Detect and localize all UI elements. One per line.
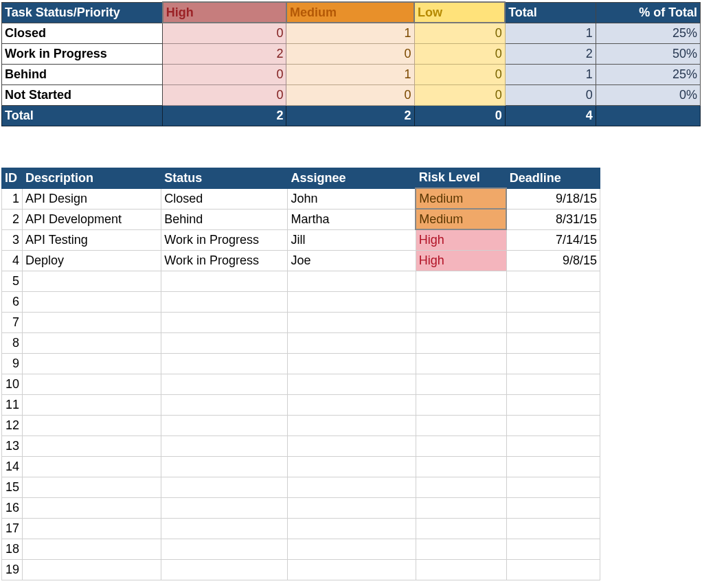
summary-row-label[interactable]: Work in Progress (2, 43, 163, 64)
task-id[interactable]: 12 (2, 415, 23, 436)
summary-row-label[interactable]: Behind (2, 64, 163, 84)
summary-total-medium[interactable]: 2 (286, 105, 414, 126)
task-assignee[interactable] (288, 497, 416, 518)
task-risk[interactable] (416, 456, 506, 477)
task-risk[interactable] (416, 394, 506, 415)
summary-row-label[interactable]: Closed (2, 23, 163, 43)
task-risk[interactable] (416, 477, 506, 497)
task-assignee[interactable] (288, 271, 416, 291)
task-assignee[interactable]: Martha (288, 209, 416, 229)
task-id[interactable]: 6 (2, 291, 23, 312)
task-description[interactable] (23, 332, 161, 353)
task-risk[interactable] (416, 332, 506, 353)
task-risk[interactable] (416, 436, 506, 456)
task-description[interactable] (23, 539, 161, 559)
task-status[interactable] (161, 518, 288, 539)
task-deadline[interactable] (506, 291, 600, 312)
summary-total-pct[interactable] (596, 105, 700, 126)
task-risk[interactable] (416, 271, 506, 291)
task-assignee[interactable] (288, 353, 416, 374)
task-description[interactable] (23, 497, 161, 518)
task-deadline[interactable] (506, 477, 600, 497)
task-deadline[interactable] (506, 436, 600, 456)
task-assignee[interactable] (288, 518, 416, 539)
summary-cell-high[interactable]: 2 (163, 43, 286, 64)
task-assignee[interactable] (288, 374, 416, 394)
task-assignee[interactable] (288, 291, 416, 312)
task-assignee[interactable] (288, 436, 416, 456)
task-assignee[interactable] (288, 312, 416, 332)
task-assignee[interactable] (288, 394, 416, 415)
task-status[interactable] (161, 271, 288, 291)
task-risk[interactable]: High (416, 229, 506, 250)
task-id[interactable]: 9 (2, 353, 23, 374)
task-status[interactable] (161, 539, 288, 559)
task-deadline[interactable]: 8/31/15 (506, 209, 600, 229)
task-id[interactable]: 14 (2, 456, 23, 477)
summary-cell-total[interactable]: 0 (505, 84, 596, 105)
task-assignee[interactable]: Jill (288, 229, 416, 250)
task-status[interactable] (161, 456, 288, 477)
task-status[interactable] (161, 353, 288, 374)
task-description[interactable] (23, 312, 161, 332)
task-assignee[interactable] (288, 559, 416, 580)
task-status[interactable] (161, 312, 288, 332)
task-description[interactable] (23, 394, 161, 415)
task-id[interactable]: 1 (2, 188, 23, 209)
summary-cell-pct[interactable]: 25% (596, 23, 700, 43)
task-assignee[interactable] (288, 539, 416, 559)
task-risk[interactable] (416, 497, 506, 518)
task-status[interactable] (161, 291, 288, 312)
task-deadline[interactable] (506, 456, 600, 477)
task-status[interactable] (161, 436, 288, 456)
task-deadline[interactable]: 9/18/15 (506, 188, 600, 209)
task-id[interactable]: 18 (2, 539, 23, 559)
summary-cell-pct[interactable]: 0% (596, 84, 700, 105)
task-status[interactable] (161, 559, 288, 580)
task-status[interactable] (161, 374, 288, 394)
task-id[interactable]: 10 (2, 374, 23, 394)
task-assignee[interactable] (288, 415, 416, 436)
task-description[interactable]: API Development (23, 209, 161, 229)
task-description[interactable] (23, 477, 161, 497)
task-risk[interactable]: High (416, 250, 506, 271)
task-description[interactable]: Deploy (23, 250, 161, 271)
task-description[interactable]: API Testing (23, 229, 161, 250)
summary-cell-pct[interactable]: 25% (596, 64, 700, 84)
summary-cell-medium[interactable]: 0 (286, 43, 414, 64)
summary-total-label[interactable]: Total (2, 105, 163, 126)
task-status[interactable]: Work in Progress (161, 229, 288, 250)
task-status[interactable]: Behind (161, 209, 288, 229)
summary-cell-total[interactable]: 1 (505, 64, 596, 84)
task-description[interactable] (23, 559, 161, 580)
task-id[interactable]: 19 (2, 559, 23, 580)
task-deadline[interactable] (506, 312, 600, 332)
task-deadline[interactable] (506, 332, 600, 353)
task-risk[interactable] (416, 353, 506, 374)
task-status[interactable]: Closed (161, 188, 288, 209)
task-id[interactable]: 15 (2, 477, 23, 497)
task-assignee[interactable] (288, 456, 416, 477)
task-status[interactable] (161, 497, 288, 518)
task-id[interactable]: 2 (2, 209, 23, 229)
task-deadline[interactable] (506, 497, 600, 518)
summary-cell-low[interactable]: 0 (414, 43, 505, 64)
task-status[interactable]: Work in Progress (161, 250, 288, 271)
task-risk[interactable] (416, 374, 506, 394)
summary-cell-low[interactable]: 0 (414, 23, 505, 43)
task-description[interactable] (23, 374, 161, 394)
task-description[interactable] (23, 353, 161, 374)
task-status[interactable] (161, 477, 288, 497)
task-deadline[interactable]: 7/14/15 (506, 229, 600, 250)
task-id[interactable]: 16 (2, 497, 23, 518)
task-risk[interactable] (416, 291, 506, 312)
task-deadline[interactable] (506, 559, 600, 580)
task-deadline[interactable] (506, 374, 600, 394)
summary-cell-medium[interactable]: 1 (286, 64, 414, 84)
summary-cell-low[interactable]: 0 (414, 84, 505, 105)
task-description[interactable] (23, 415, 161, 436)
task-risk[interactable]: Medium (416, 209, 506, 229)
summary-cell-medium[interactable]: 0 (286, 84, 414, 105)
task-status[interactable] (161, 415, 288, 436)
task-risk[interactable]: Medium (416, 188, 506, 209)
